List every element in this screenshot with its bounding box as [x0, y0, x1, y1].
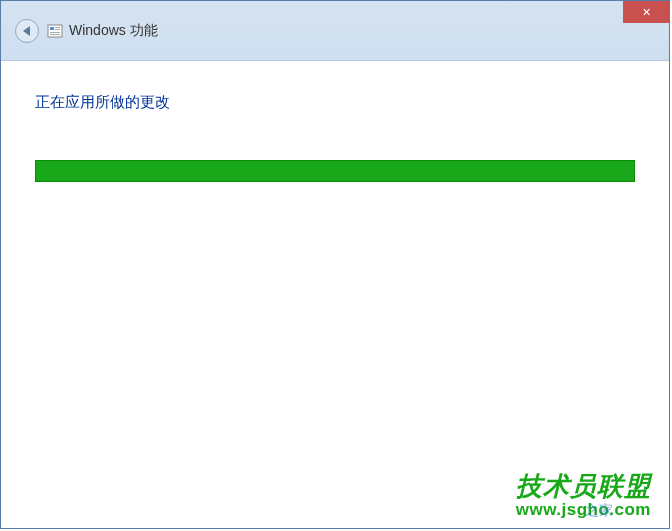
back-arrow-icon: [23, 26, 30, 36]
svg-rect-2: [55, 27, 60, 28]
svg-rect-5: [50, 34, 60, 35]
status-text: 正在应用所做的更改: [35, 93, 635, 112]
watermark: 技术员联盟 www.jsgho.com: [516, 469, 651, 520]
dialog-window: Windows 功能 ✕ 正在应用所做的更改 技术员联盟 www.jsgho.c…: [0, 0, 670, 529]
svg-rect-0: [48, 25, 62, 37]
watermark-url: www.jsgho.com: [516, 500, 651, 520]
progress-bar: [35, 160, 635, 182]
close-icon: ✕: [642, 7, 651, 18]
svg-rect-1: [50, 27, 54, 30]
window-title: Windows 功能: [69, 22, 158, 40]
watermark-text: 技术员联盟: [516, 469, 651, 504]
windows-features-icon: [47, 23, 63, 39]
close-button[interactable]: ✕: [623, 1, 669, 23]
svg-rect-3: [55, 29, 60, 30]
watermark-overlay-text: 之家: [585, 502, 613, 520]
titlebar: Windows 功能 ✕: [1, 1, 669, 61]
svg-rect-4: [50, 32, 60, 33]
back-button[interactable]: [15, 19, 39, 43]
content-area: 正在应用所做的更改 技术员联盟 www.jsgho.com 之家: [1, 61, 669, 528]
